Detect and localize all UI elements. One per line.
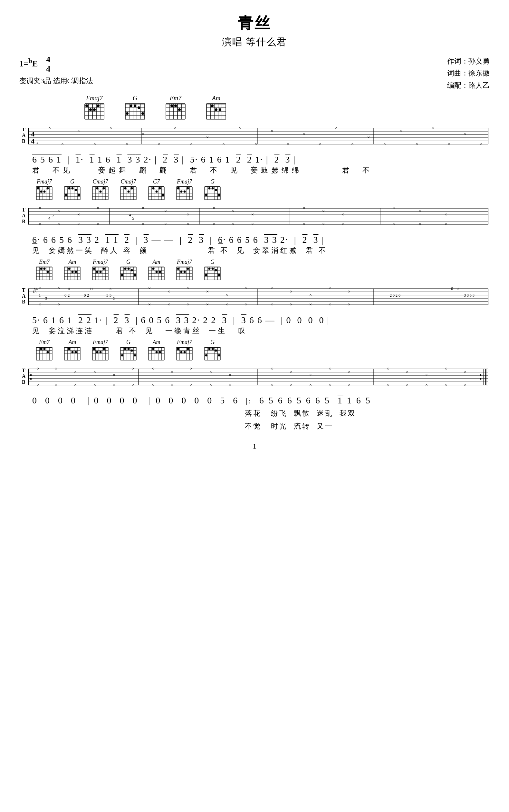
svg-text:13: 13 (32, 289, 36, 294)
svg-text:×: × (232, 222, 235, 227)
svg-point-510 (177, 348, 179, 350)
svg-text:×: × (222, 142, 225, 147)
svg-point-513 (187, 348, 189, 350)
svg-text:×: × (187, 286, 190, 291)
svg-point-30 (141, 112, 144, 115)
svg-text:×: × (126, 142, 128, 147)
capo-note: 变调夹3品 选用C调指法 (19, 75, 93, 87)
svg-text:T: T (22, 287, 26, 293)
svg-text:×: × (55, 366, 57, 371)
svg-text:×: × (245, 302, 247, 307)
svg-text:×: × (232, 209, 235, 214)
svg-point-121 (47, 187, 49, 190)
notation-line-3: 5· 6 1 6 1 2 2 1· | 2 3 | 6 0 5 6 3 3 2·… (32, 315, 490, 325)
svg-text:×: × (303, 132, 305, 137)
svg-point-29 (138, 106, 140, 109)
svg-point-60 (219, 108, 221, 111)
svg-text:×: × (229, 373, 231, 378)
svg-text:×: × (393, 206, 396, 211)
svg-point-368 (212, 268, 214, 270)
svg-text:×: × (132, 382, 135, 387)
svg-text:×: × (386, 366, 389, 371)
svg-point-370 (218, 274, 220, 276)
svg-text:×: × (329, 302, 331, 307)
svg-text:×: × (348, 302, 350, 307)
svg-text:×: × (271, 286, 273, 291)
svg-point-527 (212, 348, 214, 350)
svg-point-179 (159, 187, 161, 190)
svg-point-193 (180, 191, 183, 193)
svg-text:×: × (58, 286, 61, 291)
tab-staff-4: T A B × × × × × (19, 363, 490, 391)
svg-point-151 (103, 187, 105, 190)
svg-text:○: ○ (163, 266, 164, 267)
svg-point-465 (93, 348, 95, 350)
svg-text:×: × (322, 222, 325, 227)
svg-point-12 (89, 108, 92, 111)
svg-text:×: × (148, 302, 151, 307)
svg-point-177 (152, 187, 155, 190)
tab-staff-2: T A B × × × × × × × × 4 5 4 5 (19, 202, 490, 230)
svg-point-354 (187, 268, 189, 270)
lyrics-line-3: 见 妾泣涕连涟 君 不 见 一缕青丝 一生 叹 (32, 326, 490, 336)
svg-text:×: × (74, 370, 77, 374)
svg-point-321 (128, 268, 130, 270)
svg-text:×: × (445, 222, 447, 227)
svg-point-118 (37, 187, 39, 190)
lyrics-line-4: 落花 纷飞 飘散 迷乱 我双 不觉 时光 流转 又一 (245, 407, 490, 432)
svg-text:×: × (94, 382, 96, 387)
svg-text:B: B (22, 299, 26, 305)
svg-text:×: × (393, 222, 396, 227)
svg-point-526 (208, 348, 211, 350)
svg-point-163 (124, 187, 127, 190)
svg-text:×: × (309, 373, 312, 378)
svg-text:×: × (109, 125, 112, 130)
svg-text:×: × (271, 302, 273, 307)
svg-text:×: × (309, 292, 312, 297)
svg-text:×: × (132, 366, 135, 371)
svg-point-192 (177, 187, 179, 190)
svg-point-320 (124, 268, 127, 270)
svg-text:×: × (445, 382, 447, 387)
svg-point-466 (96, 351, 99, 353)
svg-point-540 (30, 374, 32, 376)
svg-text:5: 5 (52, 213, 54, 217)
svg-point-290 (75, 271, 77, 273)
svg-text:×: × (415, 142, 418, 147)
svg-text:×: × (290, 370, 293, 374)
svg-text:×: × (319, 142, 321, 147)
svg-text:×: × (58, 209, 61, 214)
svg-point-453 (75, 351, 77, 353)
svg-text:×: × (151, 382, 154, 387)
svg-point-529 (218, 354, 220, 357)
svg-text:×: × (77, 129, 80, 133)
svg-point-149 (96, 187, 99, 190)
svg-text:×: × (238, 125, 241, 130)
svg-text:A: A (22, 373, 26, 379)
svg-text:×: × (39, 222, 41, 227)
svg-text:×: × (400, 129, 402, 133)
svg-point-525 (205, 354, 207, 357)
svg-point-544 (480, 374, 482, 376)
svg-point-528 (215, 350, 217, 352)
svg-text:×: × (348, 289, 350, 294)
svg-point-289 (71, 271, 74, 273)
svg-text:×: × (65, 266, 67, 267)
svg-point-46 (178, 108, 181, 111)
svg-text:×: × (213, 222, 215, 227)
svg-point-28 (134, 104, 136, 107)
svg-point-178 (156, 191, 158, 193)
svg-point-274 (40, 268, 42, 270)
svg-text:×: × (187, 222, 190, 227)
svg-point-11 (86, 104, 88, 107)
svg-text:×: × (164, 209, 167, 214)
svg-point-27 (130, 104, 132, 107)
chord-am-3: Am × ○ (147, 259, 165, 281)
chord-c7: C7 (147, 178, 165, 200)
chord-cmaj7-2: Cmaj7 (120, 178, 137, 200)
svg-text:×: × (58, 302, 61, 307)
svg-text:×: × (448, 142, 450, 147)
svg-point-480 (121, 354, 124, 357)
svg-text:×: × (187, 302, 190, 307)
svg-text:×: × (209, 370, 212, 374)
